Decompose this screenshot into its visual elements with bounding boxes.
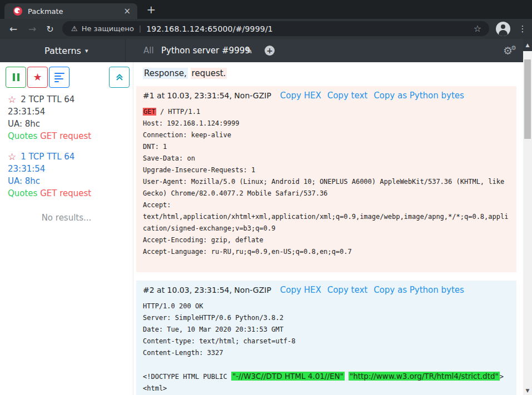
packet-card-header: #1 at 10.03, 23:31:54, Non-GZIPCopy HEXC… (143, 91, 512, 101)
browser-toolbar: ← → ↻ ⚠ Не защищено | 192.168.1.124:6500… (0, 19, 532, 39)
patterns-label: Patterns (44, 46, 81, 56)
settings-gears-icon[interactable]: ⚙ ⚙ (503, 39, 516, 62)
align-left-icon (54, 73, 64, 82)
scrollbar[interactable]: ▲ ▼ (523, 39, 532, 395)
highlight-green: "http://www.w3.org/TR/html4/strict.dtd" (349, 372, 500, 381)
scroll-down-icon[interactable]: ▼ (523, 388, 532, 393)
capture-item-title: 2 TCP TTL 64 (21, 93, 74, 106)
address-bar[interactable]: ⚠ Не защищено | 192.168.1.124:65000/#/99… (62, 21, 489, 36)
capture-item-title-row: ☆1 TCP TTL 64 (8, 151, 130, 163)
capture-sidebar: ★ ☆2 TCP TTL 6423:31:54UA: 8hcQuotes GET… (0, 62, 133, 395)
browser-tab-active[interactable]: Packmate × (4, 3, 137, 19)
not-secure-warning-icon[interactable]: ⚠ (71, 24, 78, 33)
star-icon: ★ (33, 72, 42, 82)
packet-title: #2 at 10.03, 23:31:54, Non-GZIP (143, 286, 271, 294)
capture-list-item[interactable]: ☆1 TCP TTL 6423:31:54UA: 8hcQuotes GET r… (8, 151, 130, 199)
browser-menu-icon[interactable]: ⋮ (516, 19, 529, 39)
scrollbar-thumb[interactable] (524, 59, 531, 139)
packet-card-request: #1 at 10.03, 23:31:54, Non-GZIPCopy HEXC… (136, 86, 516, 272)
copy-link-2[interactable]: Copy as Python bytes (374, 91, 464, 101)
sidebar-toolbar: ★ (0, 62, 133, 89)
highlight-pink: request. (191, 68, 227, 79)
double-chevron-up-icon (115, 73, 124, 82)
omnibox-separator: | (139, 24, 141, 33)
packet-title: #1 at 10.03, 23:31:54, Non-GZIP (143, 91, 271, 100)
copy-link-0[interactable]: Copy HEX (280, 91, 321, 101)
capture-item-tags: Quotes GET request (8, 187, 130, 199)
tab-close-icon[interactable]: × (121, 6, 133, 16)
highlight-blue: Response, (143, 68, 188, 79)
capture-item-title: 1 TCP TTL 64 (21, 151, 74, 163)
packmate-window: Packmate × + ← → ↻ ⚠ Не защищено | 192.1… (0, 0, 532, 395)
copy-link-1[interactable]: Copy text (327, 91, 367, 101)
copy-link-1[interactable]: Copy text (327, 285, 367, 295)
favorites-filter-button[interactable]: ★ (27, 67, 48, 88)
security-warning-label[interactable]: Не защищено (82, 24, 134, 33)
pattern-tag-red: GET request (40, 131, 91, 141)
avatar-body (499, 30, 508, 36)
pattern-match-summary: Response, request. (143, 68, 523, 80)
packmate-favicon-icon (13, 7, 22, 16)
tab-all[interactable]: All (143, 39, 154, 62)
copy-link-0[interactable]: Copy HEX (280, 285, 321, 295)
capture-item-ua: UA: 8hc (8, 118, 130, 130)
patterns-dropdown[interactable]: Patterns ▾ (44, 39, 88, 62)
highlight-green: "-//W3C//DTD HTML 4.01//EN" (231, 372, 345, 381)
packet-body: HTTP/1.0 200 OK Server: SimpleHTTP/0.6 P… (143, 301, 512, 394)
copy-link-2[interactable]: Copy as Python bytes (374, 285, 464, 295)
capture-list-item[interactable]: ☆2 TCP TTL 6423:31:54UA: 8hcQuotes GET r… (8, 93, 130, 142)
tab-title: Packmate (28, 7, 121, 16)
highlight-red: GET (143, 108, 156, 116)
capture-item-time: 23:31:54 (8, 106, 130, 118)
collapse-button[interactable] (109, 67, 130, 88)
app-header: Patterns ▾ All Python server #9999 ✎ + ⚙… (0, 39, 532, 62)
capture-item-tags: Quotes GET request (8, 130, 130, 142)
capture-item-title-row: ☆2 TCP TTL 64 (8, 93, 130, 106)
pattern-tag-green: Quotes (8, 131, 37, 141)
chevron-down-icon: ▾ (85, 47, 88, 54)
profile-avatar[interactable] (496, 22, 510, 36)
packet-card-header: #2 at 10.03, 23:31:54, Non-GZIPCopy HEXC… (143, 285, 512, 295)
favorite-star-icon[interactable]: ☆ (8, 95, 16, 104)
avatar-head (501, 24, 505, 29)
tab-python-server[interactable]: Python server #9999 (161, 39, 250, 62)
new-tab-button[interactable]: + (145, 3, 158, 16)
packet-cards: #1 at 10.03, 23:31:54, Non-GZIPCopy HEXC… (133, 86, 523, 395)
forward-icon[interactable]: → (24, 19, 40, 39)
pause-icon (13, 73, 19, 81)
bookmark-star-icon[interactable]: ☆ (474, 23, 481, 34)
capture-item-time: 23:31:54 (8, 163, 130, 175)
back-icon[interactable]: ← (6, 19, 21, 39)
packet-card-response: #2 at 10.03, 23:31:54, Non-GZIPCopy HEXC… (136, 281, 516, 395)
packet-list: ☆2 TCP TTL 6423:31:54UA: 8hcQuotes GET r… (0, 89, 133, 199)
no-results-label: No results... (0, 213, 133, 223)
packet-detail-pane: Response, request. #1 at 10.03, 23:31:54… (133, 62, 523, 395)
add-pattern-icon[interactable]: + (265, 46, 275, 56)
url-text[interactable]: 192.168.1.124:65000/#/9999/1 (146, 24, 273, 33)
text-filter-button[interactable] (49, 67, 69, 88)
packet-body: GET / HTTP/1.1 Host: 192.168.1.124:9999 … (143, 106, 512, 258)
pattern-tag-red: GET request (40, 188, 91, 198)
browser-tabstrip: Packmate × + (0, 0, 532, 19)
pause-button[interactable] (6, 67, 26, 88)
reload-icon[interactable]: ↻ (42, 19, 58, 39)
header-divider (125, 39, 126, 62)
edit-pattern-icon[interactable]: ✎ (245, 39, 252, 62)
capture-item-ua: UA: 8hc (8, 175, 130, 187)
scroll-up-icon[interactable]: ▲ (523, 39, 532, 51)
pattern-tag-green: Quotes (8, 188, 37, 198)
favorite-star-icon[interactable]: ☆ (8, 152, 16, 162)
